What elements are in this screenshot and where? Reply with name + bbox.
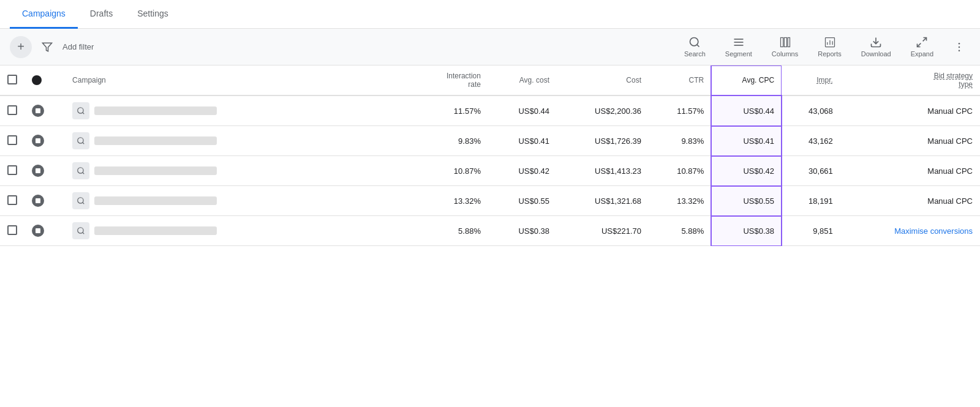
pause-icon[interactable] <box>32 105 44 117</box>
svg-line-26 <box>83 203 85 204</box>
pause-indicator <box>36 198 40 203</box>
reports-button[interactable]: Reports <box>813 34 846 60</box>
row-checkbox-cell <box>0 126 24 156</box>
pause-icon[interactable] <box>32 225 44 237</box>
row-status-cell <box>24 156 65 186</box>
filter-icon <box>42 42 53 53</box>
header-checkbox-cell <box>0 65 24 95</box>
pause-icon[interactable] <box>32 165 44 177</box>
header-ctr[interactable]: CTR <box>649 65 711 95</box>
tab-campaigns[interactable]: Campaigns <box>10 0 78 29</box>
header-bid-strategy[interactable]: Bid strategytype <box>840 65 980 95</box>
row-cost: US$2,200.36 <box>557 95 649 126</box>
header-interaction-rate[interactable]: Interactionrate <box>415 65 488 95</box>
campaigns-table: Campaign Interactionrate Avg. cost Cost … <box>0 65 980 246</box>
more-button[interactable] <box>948 39 970 56</box>
row-interaction-rate: 13.32% <box>415 186 488 216</box>
svg-point-25 <box>78 198 83 203</box>
row-impr: 30,661 <box>782 156 840 186</box>
magnify-icon[interactable] <box>72 102 89 119</box>
svg-line-14 <box>923 38 927 42</box>
row-checkbox[interactable] <box>7 165 17 175</box>
row-avg-cost: US$0.42 <box>488 156 557 186</box>
row-campaign-cell <box>65 95 415 126</box>
svg-point-19 <box>78 108 83 113</box>
pause-icon[interactable] <box>32 135 44 147</box>
row-ctr: 9.83% <box>649 126 711 156</box>
campaigns-table-wrap: Campaign Interactionrate Avg. cost Cost … <box>0 65 980 246</box>
row-bid-strategy: Manual CPC <box>840 95 980 126</box>
tab-settings[interactable]: Settings <box>125 0 181 29</box>
pause-indicator <box>36 228 40 233</box>
svg-point-1 <box>690 38 698 46</box>
row-ctr: 13.32% <box>649 186 711 216</box>
magnify-icon[interactable] <box>72 192 89 209</box>
campaign-name <box>94 196 217 205</box>
row-interaction-rate: 9.83% <box>415 126 488 156</box>
svg-line-24 <box>83 173 85 174</box>
tabs-bar: Campaigns Drafts Settings <box>0 0 980 29</box>
row-avg-cpc: US$0.42 <box>711 156 782 186</box>
select-all-checkbox[interactable] <box>7 75 17 84</box>
row-checkbox[interactable] <box>7 195 17 205</box>
row-checkbox[interactable] <box>7 135 17 145</box>
row-checkbox[interactable] <box>7 105 17 115</box>
row-checkbox-cell <box>0 216 24 246</box>
table-row: 5.88% US$0.38 US$221.70 5.88% US$0.38 9,… <box>0 216 980 246</box>
row-campaign-cell <box>65 186 415 216</box>
campaign-name <box>94 106 217 115</box>
header-impr[interactable]: Impr. <box>782 65 840 95</box>
magnify-icon[interactable] <box>72 222 89 239</box>
row-campaign-cell <box>65 126 415 156</box>
row-cost: US$1,726.39 <box>557 126 649 156</box>
pause-icon[interactable] <box>32 195 44 207</box>
row-cost: US$221.70 <box>557 216 649 246</box>
magnify-icon[interactable] <box>72 132 89 149</box>
header-avg-cpc[interactable]: Avg. CPC <box>711 65 782 95</box>
row-avg-cpc: US$0.55 <box>711 186 782 216</box>
row-checkbox[interactable] <box>7 225 17 235</box>
svg-point-21 <box>78 138 83 143</box>
row-impr: 18,191 <box>782 186 840 216</box>
svg-point-17 <box>959 46 960 48</box>
toolbar-right: Search Segment Columns Reports Download … <box>679 34 970 60</box>
table-row: 11.57% US$0.44 US$2,200.36 11.57% US$0.4… <box>0 95 980 126</box>
svg-rect-4 <box>734 42 743 43</box>
filter-button[interactable] <box>37 38 58 56</box>
download-button[interactable]: Download <box>856 34 896 60</box>
header-avg-cost[interactable]: Avg. cost <box>488 65 557 95</box>
columns-button[interactable]: Columns <box>767 34 803 60</box>
pause-indicator <box>36 138 40 143</box>
add-button[interactable]: + <box>10 36 32 58</box>
row-ctr: 10.87% <box>649 156 711 186</box>
tab-drafts[interactable]: Drafts <box>78 0 125 29</box>
campaign-name <box>94 166 217 175</box>
search-button[interactable]: Search <box>679 34 710 60</box>
row-status-cell <box>24 186 65 216</box>
segment-button[interactable]: Segment <box>720 34 757 60</box>
svg-marker-0 <box>43 43 52 51</box>
header-cost[interactable]: Cost <box>557 65 649 95</box>
pause-indicator <box>36 108 40 113</box>
row-avg-cpc: US$0.38 <box>711 216 782 246</box>
row-bid-strategy: Manual CPC <box>840 186 980 216</box>
status-dot-icon <box>32 75 42 85</box>
expand-icon <box>916 36 928 48</box>
row-interaction-rate: 11.57% <box>415 95 488 126</box>
row-interaction-rate: 5.88% <box>415 216 488 246</box>
magnify-icon[interactable] <box>72 162 89 179</box>
header-campaign[interactable]: Campaign <box>65 65 415 95</box>
row-cost: US$1,413.23 <box>557 156 649 186</box>
toolbar-left: + Add filter <box>10 36 674 58</box>
svg-point-16 <box>959 42 960 44</box>
reports-icon <box>824 36 836 48</box>
row-bid-strategy: Manual CPC <box>840 126 980 156</box>
expand-button[interactable]: Expand <box>906 34 938 60</box>
row-avg-cpc: US$0.44 <box>711 95 782 126</box>
row-avg-cost: US$0.38 <box>488 216 557 246</box>
segment-icon <box>733 36 745 48</box>
svg-point-27 <box>78 228 83 233</box>
expand-label: Expand <box>911 50 933 58</box>
segment-label: Segment <box>725 50 752 58</box>
svg-point-23 <box>78 168 83 173</box>
